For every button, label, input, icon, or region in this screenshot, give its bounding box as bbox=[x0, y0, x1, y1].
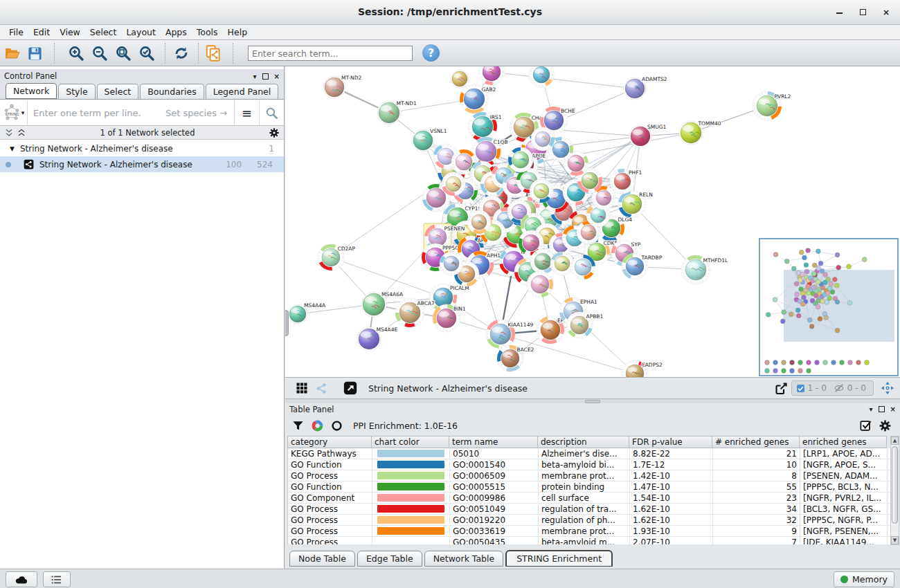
network-node-RELN[interactable]: RELN bbox=[618, 190, 653, 218]
network-node-TARDBP[interactable]: TARDBP bbox=[622, 253, 663, 279]
tab-boundaries[interactable]: Boundaries bbox=[140, 84, 204, 99]
panel-menu-icon[interactable]: ▾ bbox=[870, 405, 873, 413]
network-node-APBB1[interactable]: APBB1 bbox=[566, 312, 603, 338]
table-row[interactable]: GO FunctionGO:0001540beta-amyloid bi...1… bbox=[288, 459, 890, 470]
network-collection-row[interactable]: ▼ String Network - Alzheimer's disease 1 bbox=[0, 140, 284, 156]
network-node-PHF1[interactable]: PHF1 bbox=[610, 169, 642, 194]
network-node-unlabeled[interactable] bbox=[527, 271, 553, 297]
column-header[interactable]: chart color bbox=[372, 436, 449, 448]
table-row[interactable]: GO ProcessGO:0050435beta-amyloid m...2.0… bbox=[288, 537, 890, 544]
share-network-icon[interactable] bbox=[312, 378, 331, 398]
menu-tools[interactable]: Tools bbox=[192, 26, 223, 39]
task-list-button[interactable] bbox=[43, 571, 71, 587]
tab-node-table[interactable]: Node Table bbox=[289, 551, 355, 567]
network-overview-inset[interactable] bbox=[759, 238, 899, 376]
menu-apps[interactable]: Apps bbox=[161, 26, 192, 39]
zoom-fit-button[interactable] bbox=[114, 44, 133, 63]
network-node-unlabeled[interactable] bbox=[442, 172, 465, 196]
cloud-status-button[interactable] bbox=[6, 571, 37, 587]
menu-file[interactable]: File bbox=[4, 26, 28, 39]
expand-all-icon[interactable] bbox=[17, 128, 26, 138]
network-node-unlabeled[interactable] bbox=[529, 66, 554, 87]
tab-legend-panel[interactable]: Legend Panel bbox=[206, 84, 279, 99]
menu-edit[interactable]: Edit bbox=[28, 26, 55, 39]
string-search-button[interactable] bbox=[259, 100, 284, 125]
network-node-CADPS2[interactable]: CADPS2 bbox=[622, 360, 663, 377]
set-species-link[interactable]: Set species → bbox=[165, 108, 234, 118]
network-view[interactable]: MT-ND2MT-ND1VSNL1GAB2IRS1C1QBCHATBCHEACH… bbox=[285, 66, 900, 377]
network-node-KIAA1149[interactable]: KIAA1149 bbox=[486, 320, 533, 349]
network-node-MT-ND2[interactable]: MT-ND2 bbox=[323, 75, 361, 98]
network-node-ADAMTS2[interactable]: ADAMTS2 bbox=[624, 76, 667, 100]
table-row[interactable]: GO ProcessGO:0033619membrane prot...1.93… bbox=[288, 526, 890, 537]
network-node-MS4A4A[interactable]: MS4A4A bbox=[288, 302, 326, 324]
menu-select[interactable]: Select bbox=[85, 26, 122, 39]
zoom-selected-button[interactable] bbox=[137, 44, 156, 63]
table-row[interactable]: GO ProcessGO:0019220regulation of ph...1… bbox=[288, 515, 890, 526]
column-header[interactable]: category bbox=[287, 436, 372, 448]
network-node-TOMM40[interactable]: TOMM40 bbox=[679, 120, 721, 145]
tab-style[interactable]: Style bbox=[58, 84, 95, 99]
menu-layout[interactable]: Layout bbox=[121, 26, 161, 39]
panel-menu-icon[interactable]: ▾ bbox=[253, 73, 257, 80]
scroll-thumb[interactable] bbox=[892, 446, 898, 524]
column-header[interactable]: term name bbox=[449, 436, 538, 448]
string-logo-dropdown[interactable]: STRING ▾ bbox=[0, 100, 28, 125]
scroll-up-icon[interactable]: ▲ bbox=[891, 437, 899, 445]
network-node-unlabeled[interactable] bbox=[451, 70, 469, 88]
scrollbar-handle[interactable] bbox=[285, 310, 289, 336]
tab-select[interactable]: Select bbox=[97, 84, 139, 99]
network-options-gear-icon[interactable] bbox=[269, 127, 280, 138]
table-row[interactable]: GO FunctionGO:0005515protein binding1.47… bbox=[288, 481, 890, 493]
network-node-unlabeled[interactable] bbox=[440, 252, 463, 275]
minimize-button[interactable] bbox=[834, 8, 845, 17]
refresh-button[interactable] bbox=[172, 44, 191, 63]
chart-donut-icon[interactable] bbox=[307, 416, 327, 435]
tab-network-table[interactable]: Network Table bbox=[424, 551, 504, 567]
tab-edge-table[interactable]: Edge Table bbox=[357, 551, 422, 567]
float-panel-icon[interactable] bbox=[879, 406, 885, 412]
menu-help[interactable]: Help bbox=[223, 26, 253, 39]
tree-expand-icon[interactable]: ▼ bbox=[10, 145, 15, 152]
maximize-button[interactable] bbox=[857, 8, 868, 17]
network-node-unlabeled[interactable] bbox=[570, 255, 595, 279]
zoom-in-button[interactable] bbox=[66, 44, 86, 63]
network-node-MS4A4E[interactable]: MS4A4E bbox=[357, 327, 397, 351]
column-header[interactable]: enriched genes bbox=[800, 436, 887, 448]
network-node-BACE2[interactable]: BACE2 bbox=[497, 345, 534, 371]
save-session-button[interactable] bbox=[25, 44, 44, 63]
table-row[interactable]: GO ComponentGO:0009986cell surface1.54E-… bbox=[288, 493, 890, 504]
memory-button[interactable]: Memory bbox=[834, 571, 894, 587]
string-options-button[interactable]: ≡ bbox=[234, 100, 259, 125]
select-all-checkbox-icon[interactable] bbox=[856, 416, 875, 435]
settings-gear-icon[interactable] bbox=[875, 416, 894, 435]
network-node-unlabeled[interactable] bbox=[550, 252, 574, 275]
table-row[interactable]: KEGG Pathways05010Alzheimer's dise...8.8… bbox=[288, 448, 890, 459]
close-panel-icon[interactable]: × bbox=[274, 73, 280, 80]
network-node-IRS1[interactable]: IRS1 bbox=[468, 112, 502, 141]
network-node-MT-ND1[interactable]: MT-ND1 bbox=[377, 100, 417, 125]
network-node-unlabeled[interactable] bbox=[478, 66, 505, 85]
table-scrollbar[interactable]: ▲ ▼ bbox=[890, 436, 899, 545]
help-button[interactable]: ? bbox=[422, 44, 440, 62]
tab-network[interactable]: Network bbox=[6, 83, 57, 99]
network-node-GAB2[interactable]: GAB2 bbox=[460, 84, 496, 113]
scroll-down-icon[interactable]: ▼ bbox=[891, 536, 899, 544]
float-panel-icon[interactable] bbox=[262, 73, 269, 80]
collapse-all-icon[interactable] bbox=[4, 128, 14, 138]
network-node-CD2AP[interactable]: CD2AP bbox=[318, 244, 355, 270]
zoom-out-button[interactable] bbox=[90, 44, 109, 63]
grid-view-icon[interactable] bbox=[292, 378, 312, 398]
network-node-BIN1[interactable]: BIN1 bbox=[433, 304, 466, 332]
open-in-new-icon[interactable] bbox=[341, 378, 360, 398]
network-node-ABCA7[interactable]: ABCA7 bbox=[395, 298, 435, 327]
network-node-unlabeled[interactable] bbox=[530, 179, 553, 203]
open-session-button[interactable] bbox=[3, 44, 22, 63]
table-row[interactable]: GO ProcessGO:0006509membrane prot...1.42… bbox=[288, 470, 890, 481]
tab-string-enrichment[interactable]: STRING Enrichment bbox=[505, 550, 613, 567]
close-panel-icon[interactable]: × bbox=[890, 405, 896, 413]
menu-view[interactable]: View bbox=[55, 26, 85, 39]
network-node-SMUG1[interactable]: SMUG1 bbox=[629, 124, 667, 147]
network-node-MTHFD1L[interactable]: MTHFD1L bbox=[681, 255, 728, 284]
navigator-compass-icon[interactable] bbox=[878, 378, 897, 398]
